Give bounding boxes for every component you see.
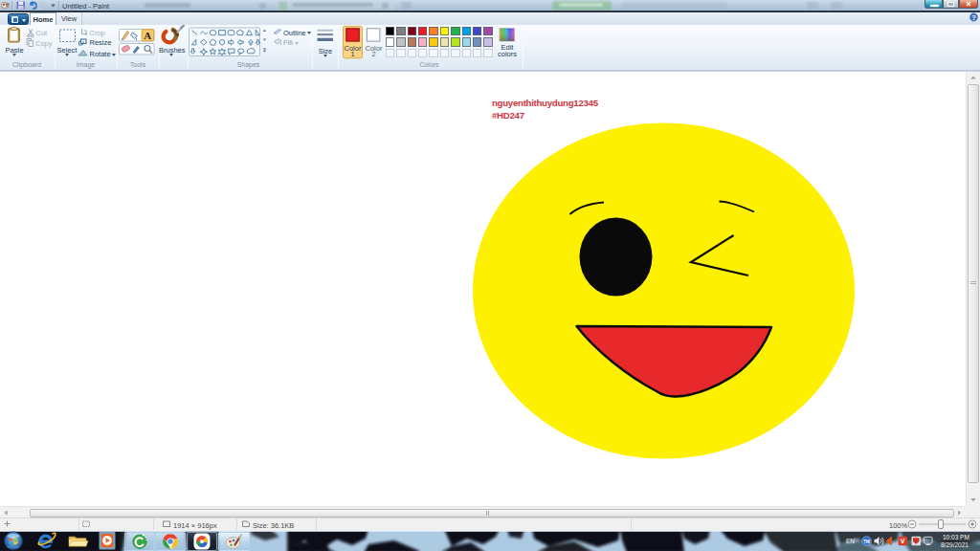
- svg-text:V: V: [901, 538, 905, 544]
- svg-text:?: ?: [971, 13, 976, 22]
- svg-text:A: A: [144, 30, 151, 41]
- svg-text:TM: TM: [863, 540, 870, 544]
